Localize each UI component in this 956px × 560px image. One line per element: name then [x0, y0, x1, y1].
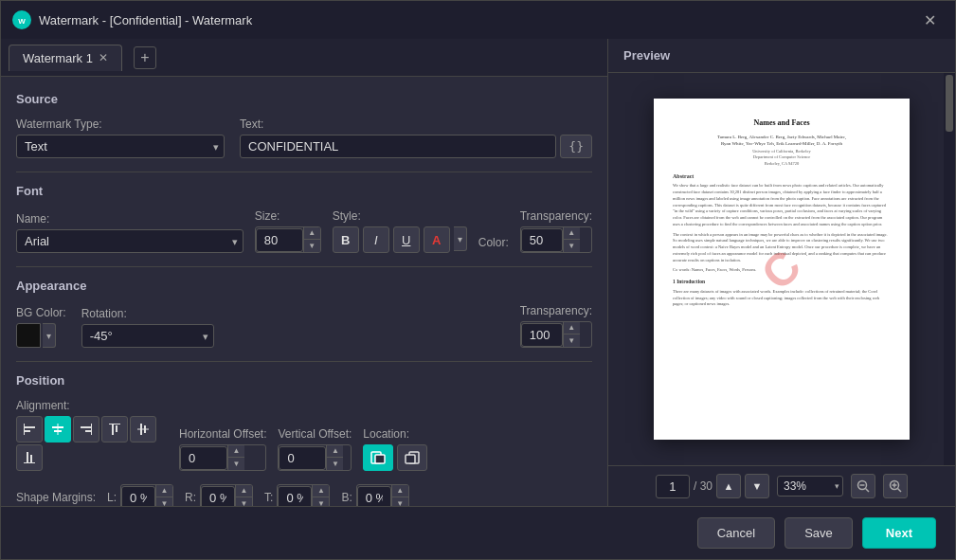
v-offset-down-button[interactable]: ▼ — [326, 458, 343, 470]
margin-t-down-button[interactable]: ▼ — [312, 497, 329, 506]
add-tab-button[interactable]: + — [134, 46, 156, 69]
appearance-transparency-up-button[interactable]: ▲ — [563, 322, 580, 334]
style-buttons: B I U A ▾ — [333, 226, 467, 253]
scroll-thumb[interactable] — [946, 75, 953, 132]
bold-button[interactable]: B — [333, 226, 359, 253]
margin-t-up-button[interactable]: ▲ — [312, 485, 329, 497]
zoom-select[interactable]: 33% 50% 75% 100% — [777, 476, 843, 497]
next-button[interactable]: Next — [862, 517, 936, 549]
v-offset-spinner: ▲ ▼ — [326, 445, 343, 470]
page-down-button[interactable]: ▼ — [745, 474, 769, 498]
align-top-button[interactable] — [101, 416, 128, 443]
window-title: Watermark - [Confidential] - Watermark — [39, 13, 909, 27]
size-label: Size: — [255, 209, 321, 223]
margin-r-down-button[interactable]: ▼ — [235, 497, 252, 506]
italic-button[interactable]: I — [363, 226, 389, 253]
underline-button[interactable]: U — [393, 226, 420, 253]
h-offset-group: Horizontal Offset: ▲ ▼ — [179, 427, 266, 471]
svg-line-25 — [866, 489, 870, 493]
preview-panel: Preview Names and Faces Tamara L. Berg, … — [607, 39, 955, 506]
location-foreground-button[interactable] — [363, 444, 393, 471]
font-transparency-up-button[interactable]: ▲ — [563, 227, 580, 240]
preview-header: Preview — [608, 39, 955, 73]
size-input[interactable] — [256, 228, 303, 252]
svg-rect-16 — [137, 429, 149, 430]
appearance-transparency-group: Transparency: ▲ ▼ — [520, 304, 592, 348]
svg-line-28 — [898, 489, 902, 493]
zoom-out-button[interactable] — [851, 474, 875, 498]
margin-t-label: T: — [264, 491, 273, 504]
tabs-bar: Watermark 1 ✕ + — [1, 39, 607, 77]
page-up-button[interactable]: ▲ — [716, 474, 741, 498]
margin-b-input[interactable] — [357, 486, 391, 507]
bg-color-swatch[interactable] — [16, 323, 41, 348]
margin-r-up-button[interactable]: ▲ — [235, 485, 252, 497]
appearance-transparency-down-button[interactable]: ▼ — [563, 334, 580, 347]
margin-t-spinner: ▲ ▼ — [312, 485, 329, 506]
margin-b-item: B: ▲ ▼ — [341, 484, 408, 506]
size-up-button[interactable]: ▲ — [303, 227, 320, 240]
appearance-transparency-input[interactable] — [521, 323, 563, 347]
v-offset-group: Vertical Offset: ▲ ▼ — [278, 427, 352, 471]
bg-color-dropdown-button[interactable]: ▾ — [43, 323, 56, 348]
style-label: Style: — [333, 209, 467, 223]
align-center-button[interactable] — [45, 416, 71, 443]
watermark-type-select[interactable]: Text — [16, 135, 225, 158]
svg-rect-9 — [85, 430, 92, 432]
rotation-select[interactable]: -45° — [81, 324, 214, 348]
location-background-button[interactable] — [397, 444, 427, 471]
font-transparency-spinner: ▲ ▼ — [563, 227, 580, 252]
source-row: Watermark Type: Text Text: {} — [16, 117, 592, 158]
close-button[interactable]: ✕ — [916, 8, 944, 33]
doc-section-label: 1 Introduction — [673, 279, 891, 286]
text-group: Text: {} — [240, 117, 592, 158]
margin-l-up-button[interactable]: ▲ — [155, 485, 172, 497]
color-dropdown-button[interactable]: ▾ — [454, 226, 467, 251]
h-offset-label: Horizontal Offset: — [179, 427, 266, 441]
font-transparency-wrapper: ▲ ▼ — [520, 226, 592, 253]
h-offset-down-button[interactable]: ▼ — [227, 458, 244, 470]
braces-button[interactable]: {} — [560, 135, 592, 158]
zoom-select-wrapper: 33% 50% 75% 100% — [777, 476, 843, 497]
bg-color-wrapper: ▾ — [16, 323, 66, 348]
page-total: / 30 — [694, 479, 712, 493]
align-bottom-button[interactable] — [16, 444, 43, 471]
font-name-select[interactable]: Arial — [16, 229, 244, 253]
v-offset-input[interactable] — [279, 446, 326, 470]
svg-rect-17 — [27, 452, 28, 463]
margin-b-spinner: ▲ ▼ — [391, 485, 408, 506]
appearance-transparency-spinner: ▲ ▼ — [563, 322, 580, 347]
page-input[interactable] — [656, 475, 690, 498]
cancel-button[interactable]: Cancel — [697, 517, 775, 549]
align-left-button[interactable] — [16, 416, 43, 443]
align-middle-button[interactable] — [130, 416, 156, 443]
font-name-label: Name: — [16, 212, 244, 226]
align-right-button[interactable] — [73, 416, 99, 443]
h-offset-up-button[interactable]: ▲ — [227, 445, 244, 458]
size-input-wrapper: ▲ ▼ — [255, 226, 321, 253]
margin-r-input[interactable] — [201, 486, 235, 507]
tab-watermark1[interactable]: Watermark 1 ✕ — [9, 45, 122, 71]
h-offset-input[interactable] — [180, 446, 227, 470]
style-group: Style: B I U A ▾ — [333, 209, 467, 253]
margin-l-item: L: ▲ ▼ — [107, 484, 173, 506]
position-row: Alignment: — [16, 399, 592, 471]
font-transparency-down-button[interactable]: ▼ — [563, 240, 580, 252]
margin-b-up-button[interactable]: ▲ — [391, 485, 408, 497]
margin-t-input[interactable] — [278, 486, 312, 507]
margin-l-down-button[interactable]: ▼ — [155, 497, 172, 506]
save-button[interactable]: Save — [785, 517, 853, 549]
text-input[interactable] — [240, 135, 556, 158]
zoom-in-button[interactable] — [883, 474, 908, 498]
size-down-button[interactable]: ▼ — [303, 240, 320, 252]
margin-b-down-button[interactable]: ▼ — [391, 497, 408, 506]
v-offset-up-button[interactable]: ▲ — [326, 445, 343, 458]
doc-keywords: Co words: Names, Faces, Faces, Words, Pe… — [673, 267, 891, 274]
tab-label: Watermark 1 — [23, 51, 93, 65]
font-transparency-input[interactable] — [521, 228, 563, 252]
tab-close-button[interactable]: ✕ — [99, 51, 108, 64]
text-color-button[interactable]: A — [424, 226, 450, 253]
watermark-type-label: Watermark Type: — [16, 117, 225, 131]
margin-l-input[interactable] — [121, 486, 155, 507]
preview-scrollbar[interactable] — [944, 73, 955, 465]
